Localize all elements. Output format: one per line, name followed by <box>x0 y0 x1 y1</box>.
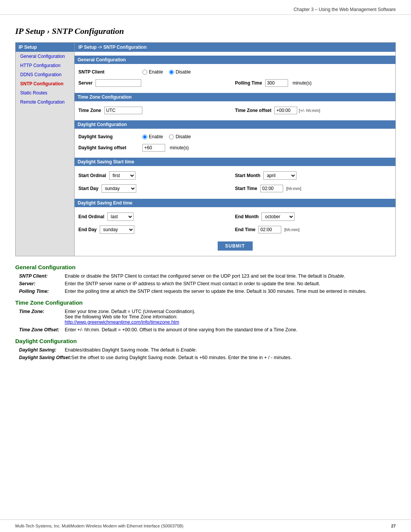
daylight-disable-radio[interactable] <box>169 134 174 139</box>
docs-item-daylight-offset: Daylight Saving Offset: Set the offset t… <box>15 355 396 360</box>
end-ordinal-col: End Ordinal firstsecondthirdfourth last <box>78 212 235 221</box>
docs-text-sntp-client: Enable or disable the SNTP Client to con… <box>65 273 396 279</box>
daylight-offset-unit: minute(s) <box>170 145 189 150</box>
sntp-enable-option[interactable]: Enable <box>142 69 163 75</box>
tz-offset-group: [+/- hh:mm] <box>274 107 320 114</box>
start-month-label: Start Month <box>235 173 261 178</box>
section-header-daylight: Daylight Configuration <box>75 120 395 129</box>
polling-time-unit: minute(s) <box>293 80 312 86</box>
docs-item-timezone: Time Zone: Enter your time zone. Default… <box>15 309 396 325</box>
end-ordinal-select[interactable]: firstsecondthirdfourth last <box>107 212 134 221</box>
sidebar-item-remote[interactable]: Remote Configuration <box>16 97 74 107</box>
sntp-disable-option[interactable]: Disable <box>169 69 191 75</box>
timezone-label: Time Zone <box>78 108 101 113</box>
sntp-enable-label: Enable <box>149 69 163 75</box>
daylight-enable-label: Enable <box>149 134 163 139</box>
docs-label-daylight-offset: Daylight Saving Offset: <box>19 355 71 360</box>
docs-title-timezone: Time Zone Configuration <box>15 299 396 306</box>
daylight-offset-input[interactable] <box>142 144 165 152</box>
tz-offset-label: Time Zone offset <box>235 108 272 113</box>
sidebar: IP Setup General Configuration HTTP Conf… <box>16 43 75 256</box>
end-month-col: End Month januaryfebruarymarch aprilmayj… <box>235 212 392 221</box>
start-ordinal-month-row: Start Ordinal first second third fourth … <box>75 169 395 182</box>
polling-time-input[interactable] <box>265 79 288 87</box>
page-header: Chapter 3 – Using the Web Management Sof… <box>0 0 411 15</box>
end-month-label: End Month <box>235 214 259 219</box>
docs-text-server: Enter the SNTP server name or IP address… <box>65 281 396 286</box>
chapter-label: Chapter 3 – Using the Web Management Sof… <box>293 7 396 12</box>
sntp-client-radio-group: Enable Disable <box>142 69 191 75</box>
start-day-select[interactable]: sundaymondaytuesday wednesdaythursdayfri… <box>102 184 136 193</box>
docs-label-polling: Polling Time: <box>19 289 65 294</box>
daylight-saving-row: Daylight Saving Enable Disable <box>75 132 395 142</box>
tz-offset-col: Time Zone offset [+/- hh:mm] <box>235 107 392 114</box>
docs-text-daylight-offset: Set the offset to use during Daylight Sa… <box>71 355 396 360</box>
start-ordinal-col: Start Ordinal first second third fourth … <box>78 171 235 180</box>
page-title: IP Setup › SNTP Configuration <box>15 26 396 36</box>
start-time-hint: [hh:mm] <box>286 186 301 191</box>
main-panel: IP Setup -> SNTP Configuration General C… <box>75 43 395 256</box>
end-ordinal-label: End Ordinal <box>78 214 104 219</box>
end-day-col: End Day sundaymondaytuesday wednesdaythu… <box>78 225 235 234</box>
sntp-disable-label: Disable <box>175 69 191 75</box>
server-input[interactable] <box>96 79 141 87</box>
start-time-label: Start Time <box>235 186 257 191</box>
start-day-col: Start Day sundaymondaytuesday wednesdayt… <box>78 184 235 193</box>
daylight-enable-option[interactable]: Enable <box>142 134 163 139</box>
daylight-saving-label: Daylight Saving <box>78 134 139 139</box>
docs-text-polling: Enter the polling time at which the SNTP… <box>65 289 396 294</box>
section-header-general: General Configuration <box>75 56 395 64</box>
end-time-input[interactable] <box>258 226 281 233</box>
sidebar-header: IP Setup <box>16 43 74 52</box>
timezone-row: Time Zone Time Zone offset [+/- hh:mm] <box>75 104 395 117</box>
start-time-col: Start Time [hh:mm] <box>235 185 392 192</box>
timezone-col: Time Zone <box>78 107 235 114</box>
docs-label-sntp-client: SNTP Client: <box>19 273 65 279</box>
section-header-daylight-end: Daylight Saving End time <box>75 199 395 207</box>
timezone-input[interactable] <box>104 107 142 114</box>
docs-item-daylight-saving: Daylight Saving: Enables/disables Daylig… <box>15 347 396 353</box>
docs-section: General Configuration SNTP Client: Enabl… <box>15 256 396 360</box>
main-content: IP Setup › SNTP Configuration IP Setup G… <box>0 15 411 385</box>
page-footer: Multi-Tech Systems, Inc. MultiModem Wire… <box>0 519 411 532</box>
start-month-select[interactable]: januaryfebruarymarch aprilmayjune julyau… <box>263 171 296 180</box>
docs-label-daylight-saving: Daylight Saving: <box>19 347 65 353</box>
layout-container: IP Setup General Configuration HTTP Conf… <box>15 42 396 256</box>
footer-page-number: 27 <box>391 524 396 528</box>
tz-offset-input[interactable] <box>274 107 297 114</box>
docs-item-polling: Polling Time: Enter the polling time at … <box>15 289 396 294</box>
end-day-time-row: End Day sundaymondaytuesday wednesdaythu… <box>75 223 395 236</box>
start-time-input[interactable] <box>260 185 283 192</box>
tz-offset-hint: [+/- hh:mm] <box>299 108 320 113</box>
docs-text-timezone: Enter your time zone. Default = UTC (Uni… <box>65 309 396 325</box>
daylight-disable-option[interactable]: Disable <box>169 134 191 139</box>
start-month-col: Start Month januaryfebruarymarch aprilma… <box>235 171 392 180</box>
end-month-select[interactable]: januaryfebruarymarch aprilmayjune julyau… <box>261 212 295 221</box>
breadcrumb: IP Setup -> SNTP Configuration <box>75 43 395 52</box>
docs-title-daylight: Daylight Configuration <box>15 338 396 344</box>
start-ordinal-select[interactable]: first second third fourth last <box>109 171 135 180</box>
submit-button[interactable]: SUBMIT <box>218 241 253 251</box>
polling-col: Polling Time minute(s) <box>235 79 392 87</box>
docs-link-timezone[interactable]: http://wwp.greenwichmeantime.com/info/ti… <box>65 320 179 325</box>
end-ordinal-month-row: End Ordinal firstsecondthirdfourth last … <box>75 210 395 223</box>
docs-text-daylight-saving: Enables/disables Daylight Saving mode. T… <box>65 347 396 353</box>
sidebar-item-ddns[interactable]: DDNS Configuration <box>16 70 74 79</box>
docs-label-tz-offset: Time Zone Offset: <box>19 327 65 332</box>
daylight-offset-label: Daylight Saving offset <box>78 145 139 150</box>
daylight-disable-label: Disable <box>175 134 191 139</box>
submit-row: SUBMIT <box>75 236 395 256</box>
server-col: Server <box>78 79 235 87</box>
sntp-enable-radio[interactable] <box>142 70 147 75</box>
server-polling-row: Server Polling Time minute(s) <box>75 77 395 89</box>
sntp-client-label: SNTP Client <box>78 69 139 75</box>
end-day-label: End Day <box>78 227 97 232</box>
sntp-disable-radio[interactable] <box>169 70 174 75</box>
sidebar-item-http[interactable]: HTTP Configuration <box>16 61 74 70</box>
end-day-select[interactable]: sundaymondaytuesday wednesdaythursdayfri… <box>100 225 134 234</box>
docs-item-tz-offset: Time Zone Offset: Enter +/- hh:mm. Defau… <box>15 327 396 332</box>
sidebar-item-general[interactable]: General Configuration <box>16 52 74 61</box>
sidebar-item-static-routes[interactable]: Static Routes <box>16 88 74 97</box>
sidebar-item-sntp[interactable]: SNTP Configuration <box>16 79 74 88</box>
daylight-enable-radio[interactable] <box>142 134 147 139</box>
